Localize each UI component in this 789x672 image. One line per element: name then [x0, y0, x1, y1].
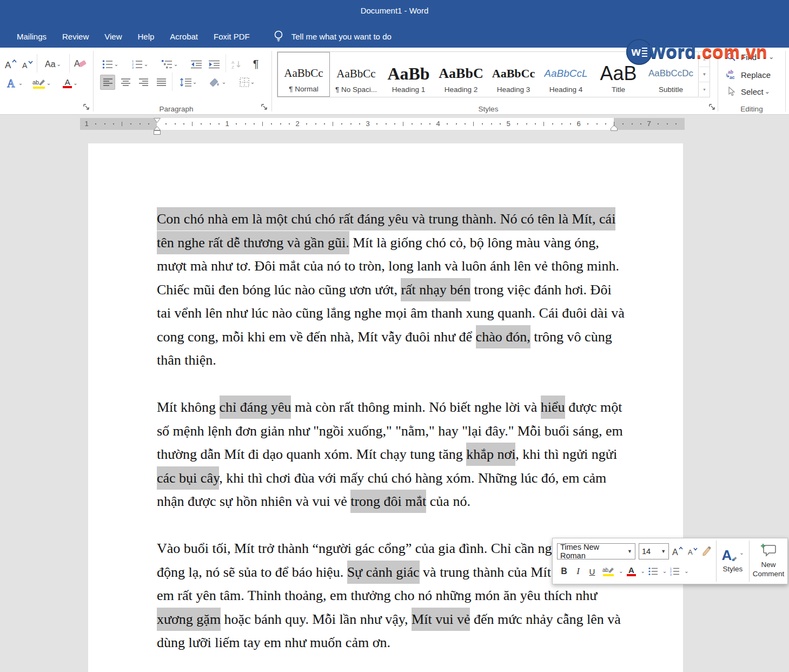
font-dialog-launcher[interactable]: [83, 103, 91, 111]
gallery-expand-icon[interactable]: ▾: [699, 82, 710, 97]
text-line: các bụi cây, khi thì chơi đùa với mấy ch…: [157, 466, 622, 490]
shrink-font-button[interactable]: A: [685, 543, 699, 559]
text-run: động lạ, nó sẽ sủa to để báo hiệu.: [157, 564, 347, 580]
bullets-button[interactable]: [645, 564, 661, 579]
tell-me[interactable]: Tell me what you want to do: [273, 29, 392, 43]
ruler-tick: [306, 123, 307, 124]
align-left-button[interactable]: [100, 75, 115, 90]
new-comment-button[interactable]: New Comment: [750, 538, 787, 584]
style-normal[interactable]: AaBbCc¶ Normal: [277, 52, 330, 97]
bold-button[interactable]: B: [557, 564, 571, 579]
change-case-button[interactable]: Aa⌄: [41, 57, 65, 71]
ruler-tick: [386, 123, 387, 124]
ruler-tick: 1: [225, 120, 229, 128]
font-name-combo[interactable]: Times New Roman ▼: [557, 543, 635, 559]
tab-acrobat[interactable]: Acrobat: [170, 32, 198, 41]
chevron-down-icon[interactable]: ⌄: [662, 569, 667, 574]
style-heading-1[interactable]: AaBbHeading 1: [382, 52, 435, 97]
ruler-tick: [254, 123, 255, 124]
chevron-down-icon[interactable]: ⌄: [640, 569, 645, 574]
text-run: Mít không: [157, 399, 220, 415]
ruler-tick: [570, 123, 571, 124]
font-size-combo[interactable]: 14 ▼: [639, 543, 669, 559]
sort-button[interactable]: AZ: [229, 57, 244, 71]
ruler-tick: [614, 122, 614, 126]
line-spacing-button[interactable]: ⌄: [176, 75, 200, 90]
clear-formatting-button[interactable]: A: [72, 56, 88, 71]
style-preview: AaBbCc: [492, 62, 535, 85]
bullets-button[interactable]: ⌄: [100, 57, 121, 71]
align-center-button[interactable]: [118, 75, 133, 90]
chevron-down-icon: ⌄: [57, 62, 61, 67]
shading-button[interactable]: ⌄: [205, 75, 229, 90]
underline-button[interactable]: U: [585, 564, 599, 579]
text-run: trông vô cùng: [531, 329, 612, 345]
ruler-tick: [500, 123, 501, 124]
font-color-button[interactable]: A: [623, 564, 639, 579]
style-no-spaci[interactable]: AaBbCc¶ No Spaci...: [330, 52, 382, 97]
ruler-tick: [104, 123, 105, 124]
style-label: Title: [612, 85, 625, 94]
numbering-button[interactable]: 123 ⌄: [129, 57, 151, 71]
tab-review[interactable]: Review: [62, 32, 89, 41]
style-preview: AaBbCcDc: [648, 62, 693, 85]
text-effects-button[interactable]: A ⌄: [4, 76, 24, 91]
style-heading-4[interactable]: AaBbCcLHeading 4: [540, 52, 592, 97]
decrease-indent-button[interactable]: [188, 57, 204, 71]
styles-dialog-launcher[interactable]: [709, 103, 717, 111]
left-indent-marker[interactable]: [154, 127, 161, 137]
text-highlight-color-button[interactable]: ab ⌄: [30, 76, 53, 91]
style-heading-3[interactable]: AaBbCcHeading 3: [487, 52, 540, 97]
text-line: xương gặm hoặc bánh quy. Mỗi lần như vậy…: [157, 608, 622, 631]
gallery-scroll-down-icon[interactable]: ▼: [699, 67, 710, 82]
ruler-tick: [192, 122, 193, 126]
style-preview: AaBbCcL: [544, 62, 587, 85]
chevron-down-icon: ⌄: [768, 54, 774, 60]
style-heading-2[interactable]: AaBbCHeading 2: [435, 52, 487, 97]
shrink-font-button[interactable]: A: [19, 58, 35, 71]
ruler-tick: [526, 123, 527, 124]
selected-text: các bụi cây: [157, 466, 219, 490]
svg-text:ac: ac: [730, 75, 735, 80]
justify-button[interactable]: [154, 75, 169, 90]
format-painter-button[interactable]: [699, 543, 714, 559]
grow-font-button[interactable]: A: [669, 543, 685, 559]
styles-button[interactable]: A ⌄ Styles: [717, 538, 749, 584]
font-color-button[interactable]: A ⌄: [59, 76, 81, 91]
increase-indent-button[interactable]: [206, 57, 222, 71]
replace-button[interactable]: abac Replace: [725, 69, 771, 80]
italic-button[interactable]: I: [571, 564, 585, 579]
horizontal-ruler[interactable]: 11234567: [80, 118, 685, 130]
ruler-tick: [289, 123, 290, 124]
select-button[interactable]: Select ⌄: [725, 87, 770, 96]
tab-mailings[interactable]: Mailings: [17, 32, 47, 41]
ruler-tick: [183, 123, 184, 124]
ruler-tick: 2: [295, 120, 299, 128]
ruler-tick: [262, 122, 263, 126]
multilevel-list-button[interactable]: ⌄: [158, 57, 182, 71]
numbering-button[interactable]: 123: [667, 564, 683, 579]
text-run: , khi thì chơi đùa với mấy chú chó hàng …: [219, 470, 606, 486]
text-line: mượt mà như tơ. Đôi mắt của nó to tròn, …: [157, 254, 622, 278]
document-page[interactable]: Con chó nhà em là một chú chó rất đáng y…: [88, 143, 683, 672]
chevron-down-icon[interactable]: ⌄: [684, 569, 688, 574]
editing-group-label: Editing: [740, 105, 763, 113]
grow-font-button[interactable]: A: [2, 57, 18, 71]
ruler-tick: [482, 123, 483, 124]
text-line: thân thiện.: [157, 348, 622, 372]
text-line: Mít không chỉ đáng yêu mà còn rất thông …: [157, 396, 622, 419]
borders-button[interactable]: ⌄: [235, 75, 260, 90]
tab-help[interactable]: Help: [137, 32, 154, 41]
ruler-tick: [271, 123, 272, 124]
show-paragraph-marks-button[interactable]: ¶: [249, 56, 263, 71]
document-text[interactable]: Con chó nhà em là một chú chó rất đáng y…: [157, 207, 622, 655]
tab-foxit-pdf[interactable]: Foxit PDF: [214, 32, 250, 41]
ruler-tick: [201, 123, 202, 124]
tab-view[interactable]: View: [104, 32, 122, 41]
align-right-button[interactable]: [136, 75, 151, 90]
text-highlight-color-button[interactable]: ab: [599, 564, 618, 579]
chevron-down-icon: ⌄: [73, 81, 77, 86]
chevron-down-icon[interactable]: ⌄: [619, 569, 623, 574]
paragraph-dialog-launcher[interactable]: [261, 103, 269, 111]
svg-text:A: A: [22, 61, 28, 70]
